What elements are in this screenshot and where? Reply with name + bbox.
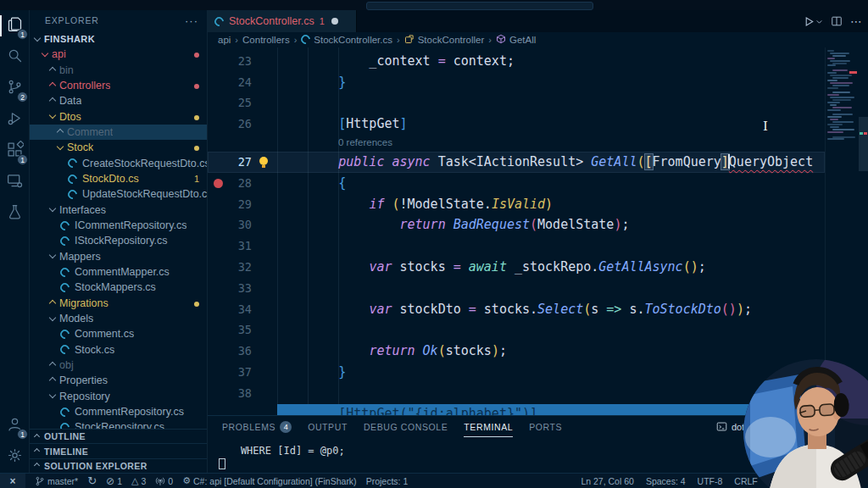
section-solution-explorer[interactable]: SOLUTION EXPLORER xyxy=(30,458,207,473)
status-git-branch[interactable]: master* xyxy=(35,476,78,486)
panel-tab-problems[interactable]: PROBLEMS4 xyxy=(222,416,292,437)
tree-folder-data[interactable]: Data xyxy=(30,93,207,108)
status-errors[interactable]: ⊘1 xyxy=(106,476,122,486)
tree-folder-dtos[interactable]: Dtos xyxy=(30,109,207,125)
breakpoint-zone[interactable] xyxy=(208,257,226,278)
split-editor-icon[interactable] xyxy=(831,15,843,27)
breakpoint-zone[interactable] xyxy=(208,114,226,135)
tree-folder-finshark[interactable]: FINSHARK xyxy=(30,31,207,47)
status-cursor-position[interactable]: Ln 27, Col 60 xyxy=(581,476,633,486)
code-line-30[interactable]: 30 return BadRequest(ModelState); xyxy=(208,214,825,236)
tree-folder-models[interactable]: Models xyxy=(30,311,207,326)
tree-folder-obj[interactable]: obj xyxy=(30,358,207,373)
breakpoint-zone[interactable] xyxy=(208,152,226,173)
status-launch-config[interactable]: ⚙C#: api [Default Configuration] (FinSha… xyxy=(182,476,356,486)
breakpoint-zone[interactable] xyxy=(208,194,226,215)
code-line-23[interactable]: 23 _context = context; xyxy=(208,51,825,72)
code-line-28[interactable]: 28 { xyxy=(208,173,825,194)
status-indentation[interactable]: Spaces: 4 xyxy=(646,476,686,486)
status-sync[interactable]: ↻ xyxy=(87,475,97,486)
tree-file-comment-cs[interactable]: Comment.cs xyxy=(30,326,207,341)
section-timeline[interactable]: TIMELINE xyxy=(30,443,207,458)
activity-bar-testing[interactable] xyxy=(0,198,30,230)
code-line-37[interactable]: 37 } xyxy=(208,362,825,383)
tree-folder-stock[interactable]: Stock xyxy=(30,140,207,155)
breadcrumb-item-getall[interactable]: GetAll xyxy=(496,34,536,46)
breakpoint-zone[interactable] xyxy=(208,319,226,341)
code-line-36[interactable]: 36 return Ok(stocks); xyxy=(208,341,825,362)
tree-file-stock-cs[interactable]: Stock.cs xyxy=(30,342,207,358)
status-ports[interactable]: 0 xyxy=(155,476,173,486)
activity-bar-source-control[interactable]: 2 xyxy=(0,73,30,104)
highlighted-line[interactable]: [HttpGet("{id:alphabet}")] xyxy=(277,404,817,415)
status-encoding[interactable]: UTF-8 xyxy=(698,476,723,486)
codelens-references[interactable]: 0 references xyxy=(338,134,392,151)
code-line-27[interactable]: 27 public async Task<IActionResult> GetA… xyxy=(208,152,825,173)
explorer-more-actions-icon[interactable]: ··· xyxy=(185,14,198,27)
breakpoint-zone[interactable] xyxy=(208,214,226,236)
tree-file-stockmappers-cs[interactable]: StockMappers.cs xyxy=(30,280,207,295)
tree-folder-mappers[interactable]: Mappers xyxy=(30,249,207,264)
tree-file-istockrepository-cs[interactable]: IStockRepository.cs xyxy=(30,233,207,248)
code-line-31[interactable]: 31 xyxy=(208,236,825,257)
section-outline[interactable]: OUTLINE xyxy=(30,429,207,443)
editor-more-actions-icon[interactable]: ⋯ xyxy=(850,14,863,28)
code-line-38[interactable]: 38 xyxy=(208,383,825,404)
status-eol[interactable]: CRLF xyxy=(734,476,757,486)
tab-modified-dot-icon[interactable] xyxy=(331,18,338,25)
breadcrumb-item-api[interactable]: api xyxy=(218,35,231,45)
breakpoint-zone[interactable] xyxy=(208,51,226,72)
panel-tab-debug-console[interactable]: DEBUG CONSOLE xyxy=(364,416,448,437)
tree-file-commentrepository-cs[interactable]: CommentRepository.cs xyxy=(30,404,207,419)
code-line-25[interactable]: 25 xyxy=(208,92,825,114)
tree-file-commentmapper-cs[interactable]: CommentMapper.cs xyxy=(30,264,207,280)
activity-bar-explorer[interactable]: 1 xyxy=(0,10,30,42)
editor-scrollbar[interactable] xyxy=(859,47,868,415)
code-line-29[interactable]: 29 if (!ModelState.IsValid) xyxy=(208,194,825,215)
code-line-32[interactable]: 32 var stocks = await _stockRepo.GetAllA… xyxy=(208,257,825,278)
tree-file-stockdto-cs[interactable]: StockDto.cs1 xyxy=(30,171,207,186)
breakpoint-zone[interactable] xyxy=(208,72,226,93)
breakpoint-zone[interactable] xyxy=(208,299,226,320)
tree-folder-api[interactable]: api xyxy=(30,47,207,62)
tree-folder-comment[interactable]: Comment xyxy=(30,125,207,140)
tree-folder-properties[interactable]: Properties xyxy=(30,373,207,388)
breakpoint-zone[interactable] xyxy=(208,236,226,257)
panel-tab-ports[interactable]: PORTS xyxy=(529,416,562,437)
code-line-34[interactable]: 34 var stockDto = stocks.Select(s => s.T… xyxy=(208,299,825,320)
code-line-24[interactable]: 24 } xyxy=(208,72,825,93)
breadcrumb-item-stockcontroller-cs[interactable]: StockController.cs xyxy=(301,35,392,46)
code-line-26[interactable]: 26 [HttpGet] xyxy=(208,114,825,135)
breakpoint-icon[interactable] xyxy=(214,179,223,188)
breakpoint-zone[interactable] xyxy=(208,362,226,383)
tree-file-updatestockrequestdto-cs[interactable]: UpdateStockRequestDto.cs xyxy=(30,186,207,202)
activity-bar-remote-explorer[interactable] xyxy=(0,167,30,198)
activity-bar-extensions[interactable]: 1 xyxy=(0,136,30,167)
tree-file-createstockrequestdto-cs[interactable]: CreateStockRequestDto.cs xyxy=(30,156,207,171)
tree-folder-controllers[interactable]: Controllers xyxy=(30,78,207,93)
activity-bar-search[interactable] xyxy=(0,42,30,73)
run-or-debug-icon[interactable] xyxy=(803,15,823,28)
activity-bar-accounts[interactable]: 1 xyxy=(0,410,30,441)
code-line-35[interactable]: 35 xyxy=(208,319,825,341)
tree-folder-migrations[interactable]: Migrations xyxy=(30,296,207,311)
breakpoint-zone[interactable] xyxy=(208,383,226,404)
activity-bar-settings[interactable] xyxy=(0,441,30,473)
tree-folder-bin[interactable]: bin xyxy=(30,63,207,78)
breakpoint-zone[interactable] xyxy=(208,173,226,194)
tree-file-icommentrepository-cs[interactable]: ICommentRepository.cs xyxy=(30,218,207,233)
panel-tab-terminal[interactable]: TERMINAL xyxy=(464,416,513,437)
command-center[interactable] xyxy=(366,2,593,10)
status-warnings[interactable]: △3 xyxy=(131,476,146,486)
breadcrumb-item-controllers[interactable]: Controllers xyxy=(242,35,290,45)
tab-stockcontroller[interactable]: StockController.cs 1 xyxy=(208,10,357,32)
scrollbar-slider[interactable] xyxy=(859,117,868,171)
breakpoint-zone[interactable] xyxy=(208,341,226,362)
code-line-33[interactable]: 33 xyxy=(208,278,825,299)
terminal-output[interactable]: WHERE [Id] = @p0; xyxy=(216,445,345,457)
breakpoint-zone[interactable] xyxy=(208,278,226,299)
breakpoint-zone[interactable] xyxy=(208,92,226,114)
code-editor[interactable]: 22 _stockRepo = stockRepo;23 _context = … xyxy=(208,47,868,415)
lightbulb-icon[interactable] xyxy=(259,157,268,165)
status-projects[interactable]: Projects: 1 xyxy=(366,476,409,486)
